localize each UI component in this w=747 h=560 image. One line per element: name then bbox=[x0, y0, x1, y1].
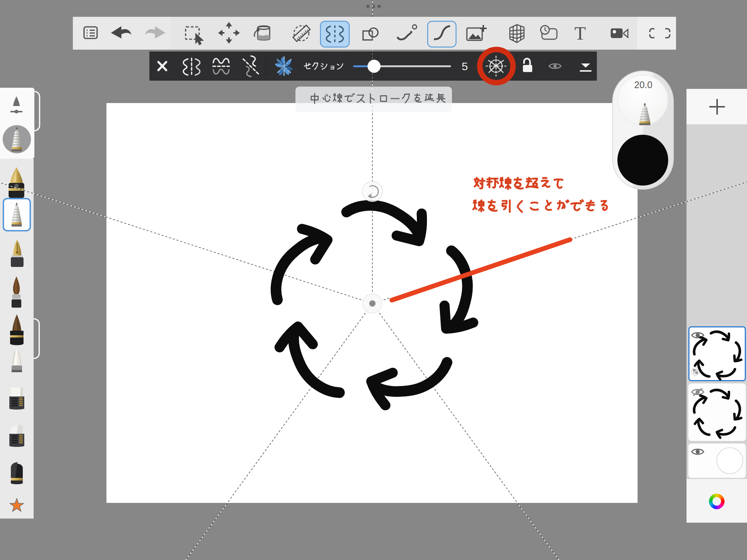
svg-text:5: 5 bbox=[462, 60, 468, 72]
svg-text:T: T bbox=[574, 23, 586, 44]
